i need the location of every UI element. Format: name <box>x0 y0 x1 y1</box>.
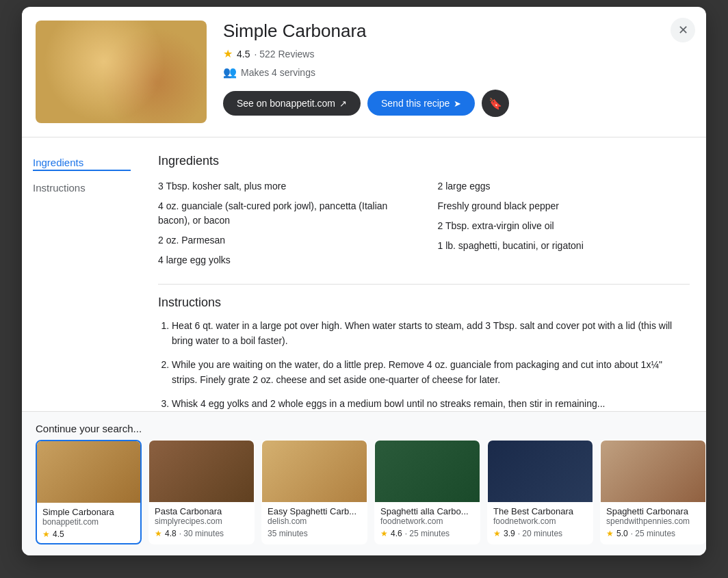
continue-search-section: Continue your search... Simple Carbonara… <box>22 411 706 555</box>
see-on-site-button[interactable]: See on bonappetit.com ↗ <box>223 91 361 116</box>
nav-instructions[interactable]: Instructions <box>33 179 131 196</box>
search-card-6[interactable]: Spaghetti Carbonara spendwithpennies.com… <box>600 440 706 544</box>
action-buttons: See on bonappetit.com ↗ Send this recipe… <box>223 90 690 117</box>
card-image-6 <box>601 441 705 502</box>
card-image-4 <box>375 441 480 502</box>
card-source-4: foodnetwork.com <box>380 516 474 526</box>
instructions-heading: Instructions <box>158 295 690 310</box>
ingredient-item: 4 large egg yolks <box>158 253 411 267</box>
card-time-4: · 25 minutes <box>405 529 450 538</box>
recipe-rating: ★ 4.5 · 522 Reviews <box>223 47 690 60</box>
recipe-image <box>36 21 207 123</box>
card-body-5: The Best Carbonara foodnetwork.com ★ 3.9… <box>488 502 593 542</box>
card-time-6: · 25 minutes <box>631 529 675 538</box>
instructions-section: Instructions Heat 6 qt. water in a large… <box>158 295 690 411</box>
recipe-modal: Simple Carbonara ★ 4.5 · 522 Reviews 👥 M… <box>22 7 706 555</box>
search-card-4[interactable]: Spaghetti alla Carbo... foodnetwork.com … <box>374 440 480 544</box>
rating-count: · 522 Reviews <box>254 49 314 60</box>
recipe-title: Simple Carbonara <box>223 21 690 42</box>
card-source-6: spendwithpennies.com <box>606 516 700 526</box>
search-card-2[interactable]: Pasta Carbonara simplyrecipes.com ★ 4.8 … <box>148 440 255 544</box>
search-card-3[interactable]: Easy Spaghetti Carb... delish.com 35 min… <box>261 440 367 544</box>
card-image-5 <box>488 441 593 502</box>
people-icon: 👥 <box>223 66 237 79</box>
card-time-5: · 20 minutes <box>518 529 562 538</box>
card-image-3 <box>262 441 367 502</box>
recipe-body: Ingredients Instructions Ingredients 3 T… <box>22 137 706 411</box>
card-rating-5: 3.9 <box>504 529 515 538</box>
bookmark-icon: 🔖 <box>489 97 502 110</box>
card-title-4: Spaghetti alla Carbo... <box>380 506 474 516</box>
rating-value: 4.5 <box>237 49 250 60</box>
card-star-6: ★ <box>606 529 614 538</box>
card-source-3: delish.com <box>268 516 361 526</box>
card-meta-2: ★ 4.8 · 30 minutes <box>155 529 248 538</box>
ingredient-item: 4 oz. guanciale (salt-cured pork jowl), … <box>158 199 411 228</box>
card-meta-5: ★ 3.9 · 20 minutes <box>493 529 587 538</box>
card-meta-6: ★ 5.0 · 25 minutes <box>606 529 700 538</box>
card-meta-4: ★ 4.6 · 25 minutes <box>380 529 474 538</box>
card-meta-1: ★ 4.5 <box>42 529 135 539</box>
card-time-3: 35 minutes <box>268 529 308 538</box>
instructions-list: Heat 6 qt. water in a large pot over hig… <box>158 318 690 411</box>
close-button[interactable]: ✕ <box>671 18 695 42</box>
external-link-icon: ↗ <box>339 98 347 109</box>
card-body-2: Pasta Carbonara simplyrecipes.com ★ 4.8 … <box>149 502 254 542</box>
ingredient-item: 2 large eggs <box>438 179 690 194</box>
card-title-1: Simple Carbonara <box>42 507 135 517</box>
card-rating-1: 4.5 <box>53 529 64 539</box>
send-icon: ➤ <box>454 98 461 109</box>
card-image-1 <box>37 441 140 503</box>
close-icon: ✕ <box>678 23 688 38</box>
card-star-2: ★ <box>155 529 162 538</box>
ingredient-item: Freshly ground black pepper <box>438 199 690 213</box>
send-recipe-label: Send this recipe <box>381 98 450 109</box>
ingredients-col2: 2 large eggs Freshly ground black pepper… <box>438 179 690 267</box>
recipe-info: Simple Carbonara ★ 4.5 · 522 Reviews 👥 M… <box>207 21 690 117</box>
card-body-6: Spaghetti Carbonara spendwithpennies.com… <box>601 502 705 542</box>
recipe-content: Ingredients 3 Tbsp. kosher salt, plus mo… <box>142 137 706 411</box>
ingredients-heading: Ingredients <box>158 154 690 168</box>
card-rating-4: 4.6 <box>391 529 402 538</box>
card-image-2 <box>149 441 254 502</box>
card-rating-6: 5.0 <box>616 529 628 538</box>
instruction-step: Heat 6 qt. water in a large pot over hig… <box>172 318 690 349</box>
nav-ingredients[interactable]: Ingredients <box>33 154 131 171</box>
card-title-5: The Best Carbonara <box>493 506 587 516</box>
card-source-2: simplyrecipes.com <box>155 516 248 526</box>
continue-search-heading: Continue your search... <box>22 412 706 440</box>
card-title-2: Pasta Carbonara <box>155 506 248 516</box>
card-source-1: bonappetit.com <box>42 517 135 527</box>
servings-text: Makes 4 servings <box>241 67 315 78</box>
card-star-5: ★ <box>493 529 501 538</box>
card-body-3: Easy Spaghetti Carb... delish.com 35 min… <box>262 502 367 542</box>
card-title-6: Spaghetti Carbonara <box>606 506 700 516</box>
ingredients-section: Ingredients 3 Tbsp. kosher salt, plus mo… <box>158 154 690 267</box>
card-source-5: foodnetwork.com <box>493 516 587 526</box>
search-card-5[interactable]: The Best Carbonara foodnetwork.com ★ 3.9… <box>487 440 593 544</box>
ingredients-col1: 3 Tbsp. kosher salt, plus more 4 oz. gua… <box>158 179 411 267</box>
ingredient-item: 3 Tbsp. kosher salt, plus more <box>158 179 411 194</box>
card-body-4: Spaghetti alla Carbo... foodnetwork.com … <box>375 502 480 542</box>
ingredient-item: 2 oz. Parmesan <box>158 233 411 248</box>
bookmark-button[interactable]: 🔖 <box>482 90 509 117</box>
send-recipe-button[interactable]: Send this recipe ➤ <box>367 91 475 116</box>
search-card-1[interactable]: Simple Carbonara bonappetit.com ★ 4.5 <box>36 440 142 544</box>
card-time-2: · 30 minutes <box>179 529 224 538</box>
instruction-step: While you are waiting on the water, do a… <box>172 357 690 388</box>
ingredient-item: 1 lb. spaghetti, bucatini, or rigatoni <box>438 239 690 253</box>
card-rating-2: 4.8 <box>165 529 177 538</box>
recipe-header: Simple Carbonara ★ 4.5 · 522 Reviews 👥 M… <box>22 7 706 137</box>
card-star-4: ★ <box>380 529 388 538</box>
card-meta-3: 35 minutes <box>268 529 361 538</box>
see-on-site-label: See on bonappetit.com <box>237 98 335 109</box>
ingredient-item: 2 Tbsp. extra-virgin olive oil <box>438 219 690 233</box>
ingredients-grid: 3 Tbsp. kosher salt, plus more 4 oz. gua… <box>158 179 690 267</box>
card-title-3: Easy Spaghetti Carb... <box>268 506 361 516</box>
instruction-step: Whisk 4 egg yolks and 2 whole eggs in a … <box>172 396 690 411</box>
servings-row: 👥 Makes 4 servings <box>223 66 690 79</box>
star-icon: ★ <box>223 47 233 60</box>
search-cards-container: Simple Carbonara bonappetit.com ★ 4.5 Pa… <box>22 440 706 555</box>
card-body-1: Simple Carbonara bonappetit.com ★ 4.5 <box>37 503 140 543</box>
section-divider <box>158 284 690 285</box>
